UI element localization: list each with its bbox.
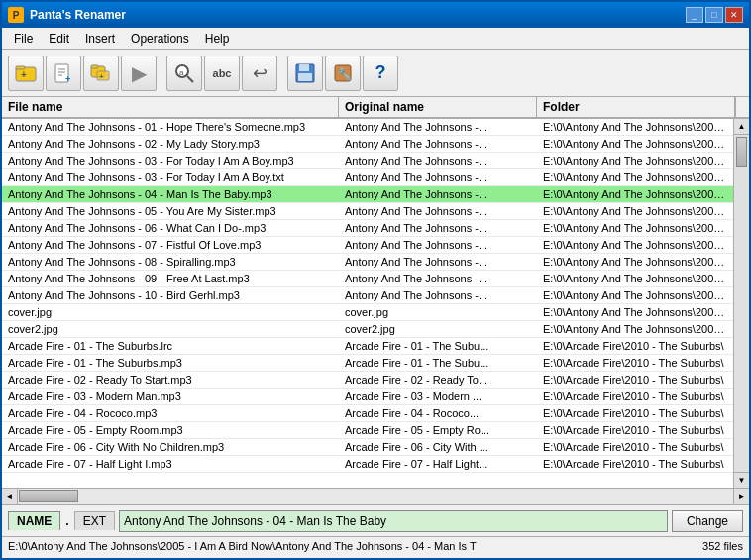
list-header: File name Original name Folder (2, 97, 749, 119)
cell-folder: E:\0\Arcade Fire\2010 - The Suburbs\ (537, 439, 733, 455)
cell-filename: Antony And The Johnsons - 02 - My Lady S… (2, 136, 339, 152)
table-row[interactable]: Antony And The Johnsons - 05 - You Are M… (2, 203, 733, 220)
table-row[interactable]: Antony And The Johnsons - 02 - My Lady S… (2, 136, 733, 153)
menu-operations[interactable]: Operations (123, 30, 197, 47)
scroll-down-button[interactable]: ▼ (734, 472, 749, 488)
table-row[interactable]: Arcade Fire - 02 - Ready To Start.mp3Arc… (2, 372, 733, 389)
cell-filename: Arcade Fire - 01 - The Suburbs.mp3 (2, 355, 339, 371)
cell-folder: E:\0\Antony And The Johnsons\2005 - I Am… (537, 153, 733, 168)
table-row[interactable]: Antony And The Johnsons - 09 - Free At L… (2, 271, 733, 287)
cell-origname: Antony And The Johnsons -... (339, 271, 537, 286)
svg-line-13 (187, 76, 193, 82)
abc-button[interactable]: abc (204, 56, 240, 91)
menu-insert[interactable]: Insert (77, 30, 123, 47)
cell-filename: Antony And The Johnsons - 09 - Free At L… (2, 271, 339, 286)
cell-folder: E:\0\Antony And The Johnsons\2005 - I Am… (537, 304, 733, 320)
svg-rect-16 (299, 64, 309, 71)
cell-folder: E:\0\Arcade Fire\2010 - The Suburbs\ (537, 422, 733, 438)
cell-origname: Arcade Fire - 06 - City With ... (339, 439, 537, 455)
hscroll-track[interactable] (18, 489, 733, 504)
cell-folder: E:\0\Arcade Fire\2010 - The Suburbs\ (537, 372, 733, 388)
table-row[interactable]: cover2.jpgcover2.jpgE:\0\Antony And The … (2, 321, 733, 338)
cell-origname: Arcade Fire - 02 - Ready To... (339, 372, 537, 388)
scrollbar-horizontal[interactable]: ◄ ► (2, 488, 749, 504)
table-row[interactable]: Antony And The Johnsons - 03 - For Today… (2, 169, 733, 186)
menu-file[interactable]: File (6, 30, 41, 47)
table-row[interactable]: Arcade Fire - 01 - The Suburbs.mp3Arcade… (2, 355, 733, 372)
tool-button[interactable]: 🔧 (325, 56, 361, 91)
menu-edit[interactable]: Edit (41, 30, 77, 47)
add-file-button[interactable]: + (46, 56, 81, 91)
table-row[interactable]: Antony And The Johnsons - 01 - Hope Ther… (2, 119, 733, 136)
table-row[interactable]: Arcade Fire - 03 - Modern Man.mp3Arcade … (2, 389, 733, 405)
header-origname[interactable]: Original name (339, 97, 537, 117)
list-with-scroll: Antony And The Johnsons - 01 - Hope Ther… (2, 119, 749, 488)
svg-text:+: + (99, 72, 104, 81)
cell-filename: Arcade Fire - 07 - Half Light I.mp3 (2, 456, 339, 472)
table-row[interactable]: Antony And The Johnsons - 06 - What Can … (2, 220, 733, 237)
close-button[interactable]: ✕ (725, 7, 743, 23)
window-title: Panta's Renamer (30, 8, 126, 22)
menu-help[interactable]: Help (197, 30, 238, 47)
header-filename[interactable]: File name (2, 97, 339, 117)
cell-filename: Antony And The Johnsons - 08 - Spirallin… (2, 254, 339, 270)
change-button[interactable]: Change (672, 510, 743, 532)
maximize-button[interactable]: □ (705, 7, 723, 23)
cell-filename: Arcade Fire - 06 - City With No Children… (2, 439, 339, 455)
scroll-track[interactable] (734, 135, 749, 472)
cell-origname: Antony And The Johnsons -... (339, 186, 537, 202)
scroll-thumb[interactable] (736, 137, 747, 167)
table-row[interactable]: cover.jpgcover.jpgE:\0\Antony And The Jo… (2, 304, 733, 321)
help-button[interactable]: ? (363, 56, 398, 91)
table-row[interactable]: Arcade Fire - 07 - Half Light I.mp3Arcad… (2, 456, 733, 473)
table-row[interactable]: Antony And The Johnsons - 07 - Fistful O… (2, 237, 733, 254)
header-folder[interactable]: Folder (537, 97, 735, 117)
scroll-left-button[interactable]: ◄ (2, 489, 18, 504)
cell-origname: Antony And The Johnsons -... (339, 237, 537, 253)
cell-origname: Antony And The Johnsons -... (339, 287, 537, 303)
status-file-count: 352 files (702, 540, 743, 555)
scroll-right-button[interactable]: ► (733, 489, 749, 504)
undo-button[interactable]: ↩ (242, 56, 277, 91)
cell-folder: E:\0\Antony And The Johnsons\2005 - I Am… (537, 136, 733, 152)
file-list-body[interactable]: Antony And The Johnsons - 01 - Hope Ther… (2, 119, 733, 488)
cell-filename: Antony And The Johnsons - 03 - For Today… (2, 153, 339, 168)
table-row[interactable]: Arcade Fire - 06 - City With No Children… (2, 439, 733, 456)
cell-folder: E:\0\Antony And The Johnsons\2005 - I Am… (537, 254, 733, 270)
table-row[interactable]: Antony And The Johnsons - 03 - For Today… (2, 153, 733, 169)
toolbar: + + + ▶ a (2, 50, 749, 97)
name-input[interactable] (119, 510, 668, 532)
cell-filename: Arcade Fire - 05 - Empty Room.mp3 (2, 422, 339, 438)
add-folder-recursive-button[interactable]: + (83, 56, 119, 91)
table-row[interactable]: Antony And The Johnsons - 04 - Man Is Th… (2, 186, 733, 203)
file-list-area: File name Original name Folder Antony An… (2, 97, 749, 504)
search-button[interactable]: a (166, 56, 202, 91)
table-row[interactable]: Arcade Fire - 01 - The Suburbs.lrcArcade… (2, 338, 733, 355)
tab-separator: . (65, 514, 68, 528)
cell-origname: cover.jpg (339, 304, 537, 320)
cell-folder: E:\0\Antony And The Johnsons\2005 - I Am… (537, 186, 733, 202)
table-row[interactable]: Antony And The Johnsons - 08 - Spirallin… (2, 254, 733, 271)
table-row[interactable]: Antony And The Johnsons - 10 - Bird Gerh… (2, 287, 733, 304)
svg-text:+: + (21, 69, 27, 80)
status-path: E:\0\Antony And The Johnsons\2005 - I Am… (8, 540, 477, 555)
cell-filename: Antony And The Johnsons - 10 - Bird Gerh… (2, 287, 339, 303)
cell-origname: Arcade Fire - 03 - Modern ... (339, 389, 537, 404)
cell-filename: Antony And The Johnsons - 03 - For Today… (2, 169, 339, 185)
table-row[interactable]: Arcade Fire - 05 - Empty Room.mp3Arcade … (2, 422, 733, 439)
hscroll-thumb[interactable] (19, 490, 78, 502)
cell-origname: Antony And The Johnsons -... (339, 203, 537, 219)
svg-text:+: + (65, 74, 70, 84)
ext-tab[interactable]: EXT (74, 511, 115, 530)
table-row[interactable]: Arcade Fire - 04 - Rococo.mp3Arcade Fire… (2, 405, 733, 422)
minimize-button[interactable]: _ (686, 7, 703, 23)
add-folder-button[interactable]: + (8, 56, 44, 91)
cell-origname: Antony And The Johnsons -... (339, 136, 537, 152)
scrollbar-vertical[interactable]: ▲ ▼ (733, 119, 749, 488)
cell-filename: Antony And The Johnsons - 04 - Man Is Th… (2, 186, 339, 202)
save-button[interactable] (287, 56, 323, 91)
cell-origname: Antony And The Johnsons -... (339, 220, 537, 236)
go-button[interactable]: ▶ (121, 56, 157, 91)
scroll-up-button[interactable]: ▲ (734, 119, 749, 135)
name-tab[interactable]: NAME (8, 511, 60, 530)
